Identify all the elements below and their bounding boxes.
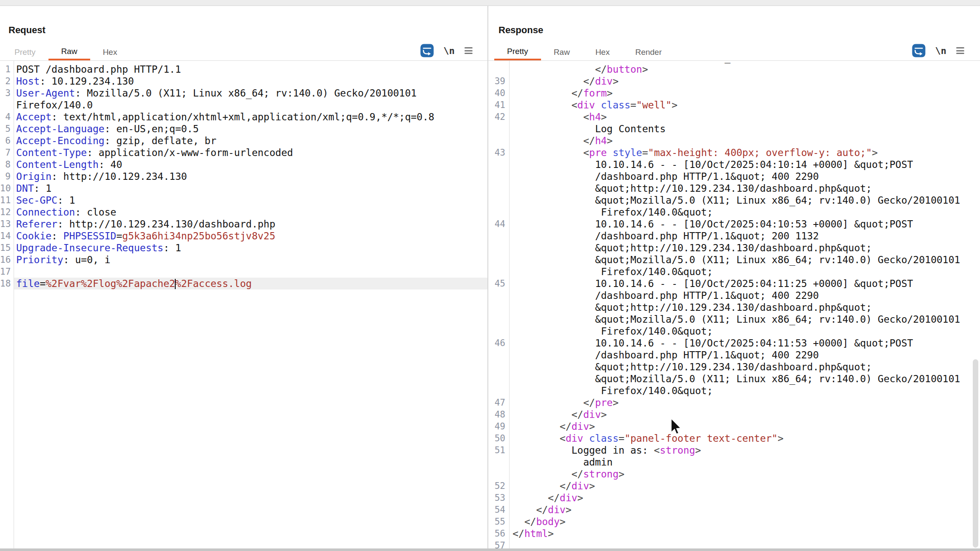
code-row: 8Content-Length: 40 (0, 159, 487, 170)
word-wrap-icon[interactable] (912, 44, 926, 57)
code-row: Firefox/140.0&quot; (488, 325, 980, 337)
line-number: 56 (488, 528, 509, 540)
line-number: 45 (488, 278, 509, 290)
newline-toggle[interactable]: \n (444, 45, 455, 56)
line-number (488, 468, 509, 480)
line-number: 11 (0, 194, 14, 206)
code-row: 44 10.10.14.6 - - [10/Oct/2025:04:10:53 … (488, 218, 980, 230)
line-number (488, 373, 509, 385)
line-number (488, 230, 509, 242)
line-number (488, 313, 509, 325)
line-number: 16 (0, 254, 14, 266)
code-row: 48 </div> (488, 409, 980, 420)
line-number: 3 (0, 87, 14, 99)
vertical-scrollbar-thumb[interactable] (973, 359, 978, 548)
line-number: 8 (0, 159, 14, 170)
request-toolbar: \n (420, 43, 473, 59)
burp-repeater-view: Request PrettyRawHex \n 1POST /dashboard… (0, 0, 980, 551)
line-number: 39 (488, 75, 509, 87)
line-number: 48 (488, 409, 509, 420)
code-row: 4Accept: text/html,application/xhtml+xml… (0, 111, 487, 123)
tab-raw[interactable]: Raw (541, 44, 583, 60)
response-editor[interactable]: _ </button>39 </div>40 </form>41 <div cl… (488, 60, 980, 548)
window-bottom-strip (0, 548, 980, 551)
line-number: 53 (488, 492, 509, 504)
line-number: 15 (0, 242, 14, 254)
line-number (488, 266, 509, 278)
line-number (488, 159, 509, 170)
code-row: 47 </pre> (488, 397, 980, 409)
line-number: 14 (0, 230, 14, 242)
request-panel-title: Request (9, 25, 46, 36)
panel-menu-icon[interactable] (956, 47, 964, 54)
request-panel: Request PrettyRawHex \n 1POST /dashboard… (0, 6, 487, 548)
code-row: &quot;Mozilla/5.0 (X11; Linux x86_64; rv… (488, 254, 980, 266)
request-editor[interactable]: 1POST /dashboard.php HTTP/1.12Host: 10.1… (0, 60, 487, 548)
code-row: 7Content-Type: application/x-www-form-ur… (0, 147, 487, 159)
line-number: 40 (488, 87, 509, 99)
tab-hex[interactable]: Hex (583, 44, 623, 60)
line-number: 54 (488, 504, 509, 516)
line-number: 9 (0, 170, 14, 182)
line-number (488, 361, 509, 373)
line-number: 10 (0, 182, 14, 194)
code-row: &quot;http://10.129.234.130/dashboard.ph… (488, 361, 980, 373)
code-row: 41 <div class="well"> (488, 99, 980, 111)
response-tabbar: PrettyRawHexRender (494, 44, 675, 60)
line-number (488, 325, 509, 337)
line-number (488, 182, 509, 194)
code-row: 53 </div> (488, 492, 980, 504)
tab-render[interactable]: Render (622, 44, 674, 60)
code-row: 1POST /dashboard.php HTTP/1.1 (0, 63, 487, 75)
code-row: 11Sec-GPC: 1 (0, 194, 487, 206)
code-row: &quot;http://10.129.234.130/dashboard.ph… (488, 182, 980, 194)
code-row: 12Connection: close (0, 206, 487, 218)
line-number: 13 (0, 218, 14, 230)
line-number: 55 (488, 516, 509, 528)
code-row: /dashboard.php HTTP/1.1&quot; 400 2290 (488, 290, 980, 301)
word-wrap-icon[interactable] (420, 44, 434, 57)
gutter-divider (509, 61, 510, 548)
code-row: 55 </body> (488, 516, 980, 528)
line-number (488, 170, 509, 182)
code-row: 10.10.14.6 - - [10/Oct/2025:04:10:14 +00… (488, 159, 980, 170)
code-row: &quot;Mozilla/5.0 (X11; Linux x86_64; rv… (488, 373, 980, 385)
code-row: /dashboard.php HTTP/1.1&quot; 400 2290 (488, 349, 980, 361)
code-row: &quot;Mozilla/5.0 (X11; Linux x86_64; rv… (488, 194, 980, 206)
code-row: 14Cookie: PHPSESSID=g5k3a6hi34np25bo56st… (0, 230, 487, 242)
code-row: 50 <div class="panel-footer text-center"… (488, 432, 980, 444)
line-number (488, 123, 509, 135)
line-number: 47 (488, 397, 509, 409)
line-number (488, 194, 509, 206)
newline-toggle[interactable]: \n (935, 45, 947, 56)
response-panel-title: Response (499, 25, 543, 36)
code-row: 42 <h4> (488, 111, 980, 123)
code-row: 9Origin: http://10.129.234.130 (0, 170, 487, 182)
code-row: Firefox/140.0&quot; (488, 206, 980, 218)
line-number: 1 (0, 63, 14, 75)
code-row: Firefox/140.0&quot; (488, 385, 980, 397)
code-row: 43 <pre style="max-height: 400px; overfl… (488, 147, 980, 159)
code-row: _ (488, 60, 980, 63)
code-row: 51 Logged in as: <strong> (488, 444, 980, 456)
line-number (488, 301, 509, 313)
line-number: 4 (0, 111, 14, 123)
tab-raw[interactable]: Raw (48, 44, 90, 60)
panel-menu-icon[interactable] (464, 47, 473, 54)
line-number: 6 (0, 135, 14, 147)
line-number: 42 (488, 111, 509, 123)
tab-pretty[interactable]: Pretty (494, 44, 541, 60)
line-number: 18 (0, 278, 14, 290)
code-row: &quot;http://10.129.234.130/dashboard.ph… (488, 242, 980, 254)
code-row: 16Priority: u=0, i (0, 254, 487, 266)
code-row: &quot;Mozilla/5.0 (X11; Linux x86_64; rv… (488, 313, 980, 325)
tab-hex[interactable]: Hex (90, 44, 130, 60)
line-number: 44 (488, 218, 509, 230)
line-number: 49 (488, 420, 509, 432)
line-number: 41 (488, 99, 509, 111)
tab-pretty[interactable]: Pretty (2, 44, 48, 60)
line-number: 46 (488, 337, 509, 349)
request-tabbar: PrettyRawHex (2, 44, 130, 60)
line-number: 12 (0, 206, 14, 218)
code-row: 2Host: 10.129.234.130 (0, 75, 487, 87)
